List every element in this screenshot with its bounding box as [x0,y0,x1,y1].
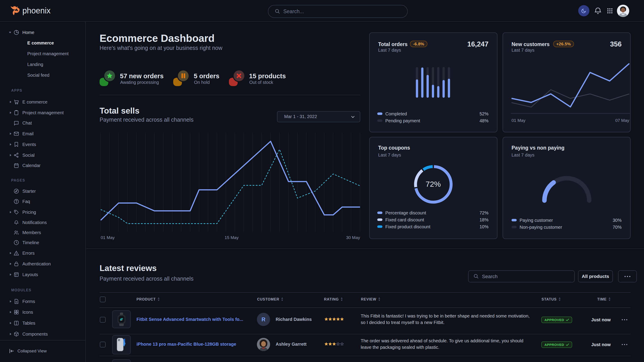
svg-text:01 May: 01 May [512,118,526,123]
svg-text:15 May: 15 May [225,235,239,240]
svg-text:30 May: 30 May [346,235,360,240]
svg-text:07 May: 07 May [615,118,630,123]
svg-text:01 May: 01 May [101,235,115,240]
